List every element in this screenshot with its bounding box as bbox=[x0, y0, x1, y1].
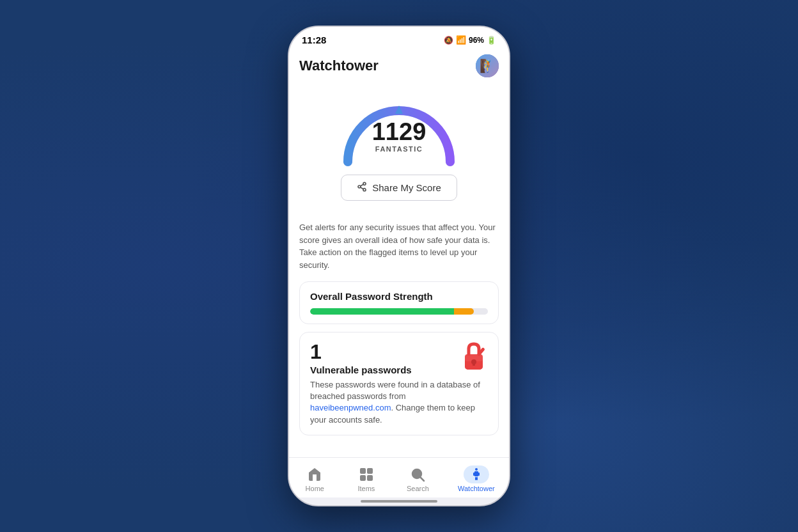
bottom-nav: Home Items Search bbox=[289, 457, 509, 497]
svg-rect-17 bbox=[475, 468, 478, 471]
home-label: Home bbox=[306, 485, 324, 492]
items-icon-wrapper bbox=[357, 465, 375, 483]
vulnerable-description: These passwords were found in a database… bbox=[310, 379, 488, 426]
avatar-image bbox=[476, 54, 499, 77]
search-icon-wrapper bbox=[409, 465, 426, 483]
score-label: FANTASTIC bbox=[372, 145, 426, 153]
gauge-container: 1129 FANTASTIC bbox=[335, 91, 463, 168]
score-section: 1129 FANTASTIC Share My Score bbox=[289, 85, 509, 221]
home-bar bbox=[361, 500, 437, 503]
password-strength-title: Overall Password Strength bbox=[310, 291, 488, 302]
status-bar: 11:28 🔕 📶 96% 🔋 bbox=[289, 27, 509, 49]
score-center: 1129 FANTASTIC bbox=[372, 120, 426, 153]
svg-rect-10 bbox=[473, 362, 475, 366]
lock-icon bbox=[460, 341, 488, 373]
mute-icon: 🔕 bbox=[444, 36, 453, 45]
status-time: 11:28 bbox=[302, 35, 326, 45]
battery-icon: 🔋 bbox=[487, 36, 496, 45]
home-icon bbox=[307, 467, 322, 482]
score-number: 1129 bbox=[372, 120, 426, 144]
svg-rect-20 bbox=[478, 473, 480, 476]
vuln-desc-text: These passwords were found in a database… bbox=[310, 380, 480, 401]
items-icon bbox=[359, 467, 374, 482]
svg-line-16 bbox=[421, 478, 425, 481]
items-label: Items bbox=[357, 485, 375, 492]
svg-rect-11 bbox=[361, 469, 365, 473]
home-icon-wrapper bbox=[306, 465, 324, 483]
status-icons: 🔕 📶 96% 🔋 bbox=[444, 35, 496, 45]
watchtower-label: Watchtower bbox=[458, 485, 495, 492]
search-icon bbox=[410, 467, 425, 482]
wifi-icon: 📶 bbox=[456, 35, 466, 45]
nav-items[interactable]: Items bbox=[347, 463, 386, 495]
haveibeenpwned-link[interactable]: haveibeenpwned.com bbox=[310, 403, 391, 412]
progress-bar-fill bbox=[310, 308, 474, 315]
share-my-score-button[interactable]: Share My Score bbox=[341, 175, 457, 201]
phone-frame: 11:28 🔕 📶 96% 🔋 Watchtower bbox=[288, 26, 510, 506]
app-header: Watchtower bbox=[289, 49, 509, 85]
share-button-label: Share My Score bbox=[372, 182, 441, 193]
watchtower-icon bbox=[469, 467, 484, 482]
svg-line-4 bbox=[361, 187, 364, 189]
share-icon bbox=[357, 182, 367, 194]
svg-line-5 bbox=[361, 184, 364, 186]
progress-bar-container bbox=[310, 308, 488, 315]
nav-home[interactable]: Home bbox=[295, 463, 334, 495]
svg-rect-22 bbox=[476, 477, 478, 480]
battery-text: 96% bbox=[469, 36, 484, 45]
watchtower-icon-wrapper bbox=[464, 465, 489, 483]
nav-watchtower[interactable]: Watchtower bbox=[450, 463, 503, 495]
description-text: Get alerts for any security issues that … bbox=[289, 221, 509, 281]
search-label: Search bbox=[407, 485, 429, 492]
password-strength-card[interactable]: Overall Password Strength bbox=[299, 281, 499, 324]
svg-rect-19 bbox=[473, 473, 475, 476]
nav-search[interactable]: Search bbox=[398, 463, 437, 495]
svg-rect-13 bbox=[361, 476, 365, 480]
svg-rect-21 bbox=[475, 477, 476, 480]
avatar[interactable] bbox=[476, 54, 499, 77]
svg-rect-14 bbox=[368, 476, 372, 480]
svg-rect-12 bbox=[368, 469, 372, 473]
app-title: Watchtower bbox=[299, 58, 379, 74]
scroll-content: 1129 FANTASTIC Share My Score Get alerts… bbox=[289, 85, 509, 457]
vulnerable-passwords-card[interactable]: 1 Vulnerable passwords These passwords w… bbox=[299, 332, 499, 435]
